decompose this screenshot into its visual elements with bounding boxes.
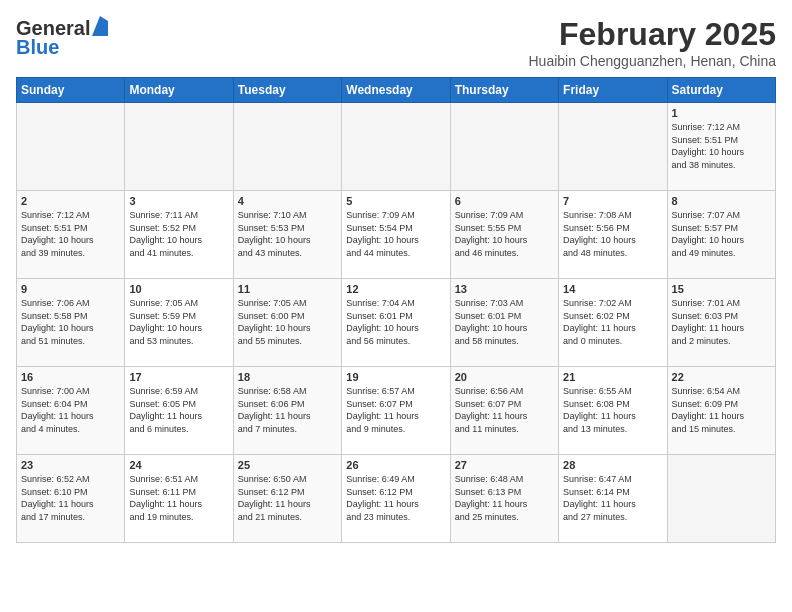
calendar-cell xyxy=(233,103,341,191)
day-info: Sunrise: 7:11 AM Sunset: 5:52 PM Dayligh… xyxy=(129,209,228,259)
day-info: Sunrise: 6:57 AM Sunset: 6:07 PM Dayligh… xyxy=(346,385,445,435)
main-title: February 2025 xyxy=(528,16,776,53)
calendar-cell: 5Sunrise: 7:09 AM Sunset: 5:54 PM Daylig… xyxy=(342,191,450,279)
day-info: Sunrise: 7:02 AM Sunset: 6:02 PM Dayligh… xyxy=(563,297,662,347)
calendar-cell xyxy=(17,103,125,191)
weekday-header-saturday: Saturday xyxy=(667,78,775,103)
day-number: 9 xyxy=(21,283,120,295)
day-info: Sunrise: 7:09 AM Sunset: 5:55 PM Dayligh… xyxy=(455,209,554,259)
day-number: 10 xyxy=(129,283,228,295)
subtitle: Huaibin Chengguanzhen, Henan, China xyxy=(528,53,776,69)
week-row-5: 23Sunrise: 6:52 AM Sunset: 6:10 PM Dayli… xyxy=(17,455,776,543)
day-number: 28 xyxy=(563,459,662,471)
calendar-cell: 10Sunrise: 7:05 AM Sunset: 5:59 PM Dayli… xyxy=(125,279,233,367)
calendar-cell: 27Sunrise: 6:48 AM Sunset: 6:13 PM Dayli… xyxy=(450,455,558,543)
day-number: 15 xyxy=(672,283,771,295)
logo: General Blue xyxy=(16,16,108,59)
day-info: Sunrise: 7:00 AM Sunset: 6:04 PM Dayligh… xyxy=(21,385,120,435)
day-number: 21 xyxy=(563,371,662,383)
calendar-cell xyxy=(667,455,775,543)
day-info: Sunrise: 6:49 AM Sunset: 6:12 PM Dayligh… xyxy=(346,473,445,523)
calendar-cell: 15Sunrise: 7:01 AM Sunset: 6:03 PM Dayli… xyxy=(667,279,775,367)
day-number: 1 xyxy=(672,107,771,119)
day-info: Sunrise: 6:55 AM Sunset: 6:08 PM Dayligh… xyxy=(563,385,662,435)
day-info: Sunrise: 6:56 AM Sunset: 6:07 PM Dayligh… xyxy=(455,385,554,435)
day-info: Sunrise: 7:12 AM Sunset: 5:51 PM Dayligh… xyxy=(21,209,120,259)
day-info: Sunrise: 6:52 AM Sunset: 6:10 PM Dayligh… xyxy=(21,473,120,523)
calendar-cell: 17Sunrise: 6:59 AM Sunset: 6:05 PM Dayli… xyxy=(125,367,233,455)
week-row-1: 1Sunrise: 7:12 AM Sunset: 5:51 PM Daylig… xyxy=(17,103,776,191)
day-number: 4 xyxy=(238,195,337,207)
calendar-cell: 4Sunrise: 7:10 AM Sunset: 5:53 PM Daylig… xyxy=(233,191,341,279)
day-info: Sunrise: 7:04 AM Sunset: 6:01 PM Dayligh… xyxy=(346,297,445,347)
calendar-cell: 1Sunrise: 7:12 AM Sunset: 5:51 PM Daylig… xyxy=(667,103,775,191)
calendar-cell: 22Sunrise: 6:54 AM Sunset: 6:09 PM Dayli… xyxy=(667,367,775,455)
svg-marker-0 xyxy=(92,16,108,36)
calendar-cell xyxy=(342,103,450,191)
day-number: 7 xyxy=(563,195,662,207)
day-number: 27 xyxy=(455,459,554,471)
weekday-header-row: SundayMondayTuesdayWednesdayThursdayFrid… xyxy=(17,78,776,103)
weekday-header-friday: Friday xyxy=(559,78,667,103)
logo-icon xyxy=(92,16,108,40)
calendar-cell: 2Sunrise: 7:12 AM Sunset: 5:51 PM Daylig… xyxy=(17,191,125,279)
day-number: 14 xyxy=(563,283,662,295)
calendar-cell xyxy=(450,103,558,191)
calendar-cell: 25Sunrise: 6:50 AM Sunset: 6:12 PM Dayli… xyxy=(233,455,341,543)
calendar-cell: 3Sunrise: 7:11 AM Sunset: 5:52 PM Daylig… xyxy=(125,191,233,279)
day-info: Sunrise: 7:05 AM Sunset: 5:59 PM Dayligh… xyxy=(129,297,228,347)
week-row-2: 2Sunrise: 7:12 AM Sunset: 5:51 PM Daylig… xyxy=(17,191,776,279)
calendar-cell: 16Sunrise: 7:00 AM Sunset: 6:04 PM Dayli… xyxy=(17,367,125,455)
day-number: 22 xyxy=(672,371,771,383)
weekday-header-wednesday: Wednesday xyxy=(342,78,450,103)
day-number: 6 xyxy=(455,195,554,207)
day-number: 18 xyxy=(238,371,337,383)
day-info: Sunrise: 6:51 AM Sunset: 6:11 PM Dayligh… xyxy=(129,473,228,523)
day-info: Sunrise: 7:05 AM Sunset: 6:00 PM Dayligh… xyxy=(238,297,337,347)
day-number: 5 xyxy=(346,195,445,207)
day-info: Sunrise: 6:47 AM Sunset: 6:14 PM Dayligh… xyxy=(563,473,662,523)
day-number: 24 xyxy=(129,459,228,471)
calendar-cell: 14Sunrise: 7:02 AM Sunset: 6:02 PM Dayli… xyxy=(559,279,667,367)
day-number: 2 xyxy=(21,195,120,207)
page-header: General Blue February 2025 Huaibin Cheng… xyxy=(16,16,776,69)
calendar-cell: 19Sunrise: 6:57 AM Sunset: 6:07 PM Dayli… xyxy=(342,367,450,455)
day-number: 12 xyxy=(346,283,445,295)
day-info: Sunrise: 7:03 AM Sunset: 6:01 PM Dayligh… xyxy=(455,297,554,347)
week-row-4: 16Sunrise: 7:00 AM Sunset: 6:04 PM Dayli… xyxy=(17,367,776,455)
calendar-cell: 28Sunrise: 6:47 AM Sunset: 6:14 PM Dayli… xyxy=(559,455,667,543)
calendar-cell: 8Sunrise: 7:07 AM Sunset: 5:57 PM Daylig… xyxy=(667,191,775,279)
day-number: 26 xyxy=(346,459,445,471)
logo-blue: Blue xyxy=(16,36,59,59)
day-info: Sunrise: 7:06 AM Sunset: 5:58 PM Dayligh… xyxy=(21,297,120,347)
day-info: Sunrise: 6:54 AM Sunset: 6:09 PM Dayligh… xyxy=(672,385,771,435)
day-info: Sunrise: 7:08 AM Sunset: 5:56 PM Dayligh… xyxy=(563,209,662,259)
weekday-header-sunday: Sunday xyxy=(17,78,125,103)
day-number: 17 xyxy=(129,371,228,383)
calendar-cell: 9Sunrise: 7:06 AM Sunset: 5:58 PM Daylig… xyxy=(17,279,125,367)
day-info: Sunrise: 7:12 AM Sunset: 5:51 PM Dayligh… xyxy=(672,121,771,171)
day-number: 16 xyxy=(21,371,120,383)
calendar-cell: 11Sunrise: 7:05 AM Sunset: 6:00 PM Dayli… xyxy=(233,279,341,367)
title-block: February 2025 Huaibin Chengguanzhen, Hen… xyxy=(528,16,776,69)
calendar-cell: 21Sunrise: 6:55 AM Sunset: 6:08 PM Dayli… xyxy=(559,367,667,455)
calendar-table: SundayMondayTuesdayWednesdayThursdayFrid… xyxy=(16,77,776,543)
day-number: 11 xyxy=(238,283,337,295)
day-number: 19 xyxy=(346,371,445,383)
week-row-3: 9Sunrise: 7:06 AM Sunset: 5:58 PM Daylig… xyxy=(17,279,776,367)
day-number: 25 xyxy=(238,459,337,471)
calendar-cell: 23Sunrise: 6:52 AM Sunset: 6:10 PM Dayli… xyxy=(17,455,125,543)
day-number: 8 xyxy=(672,195,771,207)
calendar-cell: 18Sunrise: 6:58 AM Sunset: 6:06 PM Dayli… xyxy=(233,367,341,455)
day-info: Sunrise: 6:59 AM Sunset: 6:05 PM Dayligh… xyxy=(129,385,228,435)
day-number: 13 xyxy=(455,283,554,295)
calendar-cell: 6Sunrise: 7:09 AM Sunset: 5:55 PM Daylig… xyxy=(450,191,558,279)
weekday-header-thursday: Thursday xyxy=(450,78,558,103)
day-info: Sunrise: 7:09 AM Sunset: 5:54 PM Dayligh… xyxy=(346,209,445,259)
calendar-cell: 7Sunrise: 7:08 AM Sunset: 5:56 PM Daylig… xyxy=(559,191,667,279)
calendar-cell: 12Sunrise: 7:04 AM Sunset: 6:01 PM Dayli… xyxy=(342,279,450,367)
weekday-header-monday: Monday xyxy=(125,78,233,103)
day-info: Sunrise: 7:10 AM Sunset: 5:53 PM Dayligh… xyxy=(238,209,337,259)
calendar-cell: 26Sunrise: 6:49 AM Sunset: 6:12 PM Dayli… xyxy=(342,455,450,543)
day-info: Sunrise: 7:07 AM Sunset: 5:57 PM Dayligh… xyxy=(672,209,771,259)
